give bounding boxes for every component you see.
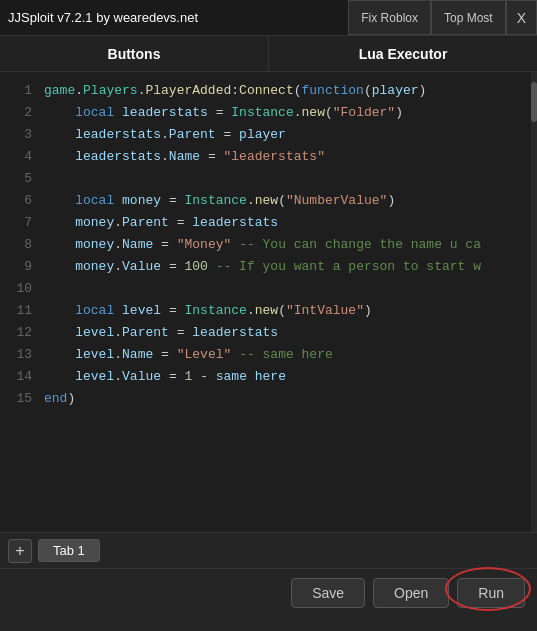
scrollbar-thumb[interactable] [531, 82, 537, 122]
run-button[interactable]: Run [457, 578, 525, 608]
fix-roblox-button[interactable]: Fix Roblox [348, 0, 431, 35]
buttons-row: Save Open Run [0, 569, 537, 617]
bottom-section: + Tab 1 Save Open Run [0, 532, 537, 631]
add-tab-button[interactable]: + [8, 539, 32, 563]
line-numbers: 1 2 3 4 5 6 7 8 9 10 11 12 13 14 15 [0, 72, 36, 418]
open-button[interactable]: Open [373, 578, 449, 608]
editor-container[interactable]: 1 2 3 4 5 6 7 8 9 10 11 12 13 14 15 game… [0, 72, 537, 532]
scrollbar[interactable] [531, 72, 537, 532]
app-title: JJSploit v7.2.1 by wearedevs.net [8, 10, 348, 25]
close-button[interactable]: X [506, 0, 537, 35]
save-button[interactable]: Save [291, 578, 365, 608]
tabs-row: + Tab 1 [0, 533, 537, 569]
tab-1[interactable]: Tab 1 [38, 539, 100, 562]
title-bar: JJSploit v7.2.1 by wearedevs.net Fix Rob… [0, 0, 537, 36]
nav-lua-executor[interactable]: Lua Executor [269, 36, 537, 71]
nav-bar: Buttons Lua Executor [0, 36, 537, 72]
top-most-button[interactable]: Top Most [431, 0, 506, 35]
nav-buttons[interactable]: Buttons [0, 36, 269, 71]
code-editor[interactable]: game.Players.PlayerAdded:Connect(functio… [40, 72, 537, 418]
